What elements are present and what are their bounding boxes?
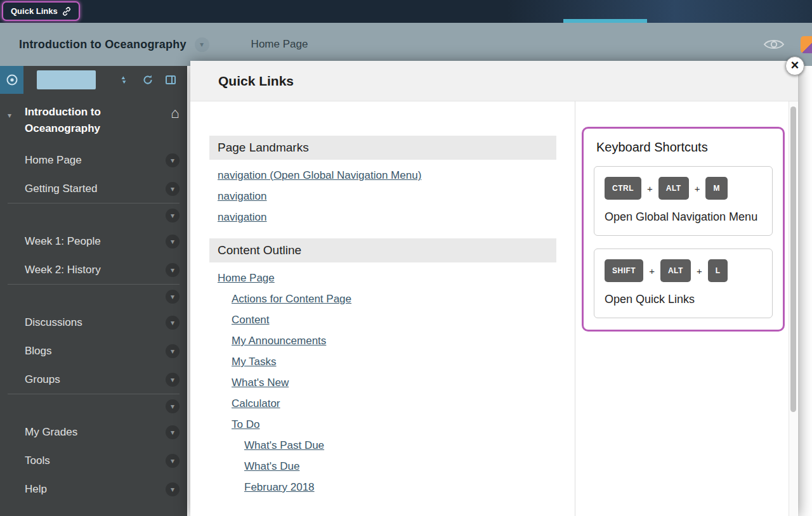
outline-link[interactable]: To Do	[209, 418, 556, 431]
collapse-arrow-icon[interactable]	[8, 109, 11, 120]
quick-links-button-label: Quick Links	[11, 6, 58, 16]
sidebar-item-my-grades[interactable]: My Grades	[0, 418, 187, 446]
key-m: M	[705, 177, 728, 200]
sort-arrows-icon[interactable]	[118, 74, 129, 88]
scrollbar-thumb[interactable]	[790, 106, 796, 412]
sidebar-item-label: Week 2: History	[25, 264, 101, 276]
plus-sign: +	[697, 266, 702, 276]
chevron-down-icon[interactable]	[166, 153, 180, 167]
page-landmarks-header: Page Landmarks	[209, 136, 556, 160]
shortcut-keys: SHIFT + ALT + L	[605, 259, 762, 282]
sidebar-item-blogs[interactable]: Blogs	[0, 337, 187, 365]
sidebar-course-header[interactable]: Introduction to Oceanography ⌂	[0, 94, 187, 146]
chevron-down-icon[interactable]	[166, 235, 180, 248]
chevron-down-icon[interactable]	[166, 316, 180, 330]
shortcut-description: Open Quick Links	[605, 292, 762, 307]
sidebar-item-week-2-history[interactable]: Week 2: History	[0, 255, 187, 284]
course-header: Introduction to Oceanography Home Page	[0, 23, 812, 66]
chevron-down-icon[interactable]	[166, 182, 180, 196]
top-navigation-bar	[0, 0, 812, 23]
quick-links-modal: Quick Links Page Landmarks navigation (O…	[190, 61, 798, 516]
sidebar-item-discussions[interactable]: Discussions	[0, 308, 187, 337]
shortcut-description: Open Global Navigation Menu	[605, 209, 762, 225]
sidebar-item-label: Discussions	[25, 316, 82, 329]
outline-link[interactable]: My Tasks	[209, 356, 556, 368]
chevron-down-icon[interactable]	[166, 425, 180, 439]
course-menu-chevron-icon[interactable]	[195, 37, 209, 52]
sidebar-divider	[8, 203, 180, 227]
course-menu-toolbar	[0, 66, 187, 94]
focused-toolbar-item[interactable]	[37, 70, 96, 89]
key-l: L	[708, 259, 728, 282]
outline-link[interactable]: February 2018	[209, 481, 556, 494]
quick-links-button[interactable]: Quick Links	[2, 1, 80, 21]
course-title: Introduction to Oceanography	[19, 38, 187, 51]
outline-link[interactable]: What's New	[209, 377, 556, 389]
close-icon[interactable]	[785, 56, 804, 75]
keyboard-shortcuts-title: Keyboard Shortcuts	[596, 140, 773, 155]
edit-mode-icon[interactable]	[801, 36, 812, 53]
sidebar-item-home-page[interactable]: Home Page	[0, 146, 187, 174]
outline-link[interactable]: What's Past Due	[209, 439, 556, 452]
key-alt: ALT	[658, 177, 689, 200]
target-icon[interactable]	[0, 66, 23, 94]
modal-shortcuts-column: Keyboard Shortcuts CTRL + ALT + M Open G…	[575, 101, 798, 516]
outline-link[interactable]: Home Page	[209, 272, 556, 285]
shortcut-card: SHIFT + ALT + L Open Quick Links	[594, 248, 773, 318]
sidebar-item-label: Getting Started	[25, 183, 97, 195]
header-actions	[763, 36, 812, 53]
sidebar-item-label: Week 1: People	[25, 235, 101, 248]
sidebar-item-tools[interactable]: Tools	[0, 446, 187, 475]
chevron-down-icon[interactable]	[166, 263, 180, 277]
outline-link[interactable]: Content	[209, 314, 556, 326]
outline-link[interactable]: What's Due	[209, 460, 556, 473]
key-ctrl: CTRL	[605, 177, 641, 200]
course-menu-sidebar: Introduction to Oceanography ⌂ Home Page…	[0, 66, 187, 516]
sidebar-item-groups[interactable]: Groups	[0, 365, 187, 394]
modal-scrollbar[interactable]	[789, 101, 797, 516]
sidebar-item-label: My Grades	[25, 426, 77, 439]
landmark-link[interactable]: navigation	[209, 190, 556, 203]
chevron-down-icon[interactable]	[166, 482, 180, 496]
student-preview-eye-icon[interactable]	[763, 37, 785, 52]
chevron-down-icon[interactable]	[166, 344, 180, 358]
chevron-down-icon[interactable]	[166, 209, 180, 223]
keyboard-shortcuts-panel: Keyboard Shortcuts CTRL + ALT + M Open G…	[582, 127, 785, 332]
sidebar-item-getting-started[interactable]: Getting Started	[0, 174, 187, 203]
chevron-down-icon[interactable]	[166, 399, 180, 413]
sidebar-item-label: Blogs	[25, 345, 52, 358]
collapse-panel-icon[interactable]	[165, 74, 176, 88]
sidebar-course-title: Introduction to Oceanography	[25, 104, 126, 137]
outline-link[interactable]: Calculator	[209, 397, 556, 410]
chevron-down-icon[interactable]	[166, 454, 180, 468]
sidebar-item-label: Tools	[25, 455, 50, 467]
key-shift: SHIFT	[605, 259, 643, 282]
key-alt: ALT	[660, 259, 691, 282]
active-tab-indicator	[563, 19, 647, 23]
plus-sign: +	[647, 183, 653, 194]
refresh-icon[interactable]	[142, 74, 154, 88]
plus-sign: +	[649, 266, 655, 276]
sidebar-item-label: Groups	[25, 373, 60, 386]
sidebar-divider	[8, 394, 180, 418]
link-icon	[62, 7, 71, 16]
landmark-link[interactable]: navigation (Open Global Navigation Menu)	[209, 169, 556, 182]
sidebar-item-help[interactable]: Help	[0, 475, 187, 503]
sidebar-item-label: Home Page	[25, 154, 82, 167]
chevron-down-icon[interactable]	[166, 290, 180, 304]
plus-sign: +	[695, 183, 700, 194]
outline-link[interactable]: Actions for Content Page	[209, 293, 556, 306]
breadcrumb-current-page: Home Page	[251, 38, 308, 51]
modal-header: Quick Links	[190, 61, 798, 101]
outline-link[interactable]: My Announcements	[209, 335, 556, 347]
sidebar-item-label: Help	[25, 483, 47, 496]
sidebar-divider	[8, 284, 180, 308]
chevron-down-icon[interactable]	[166, 373, 180, 387]
modal-body: Page Landmarks navigation (Open Global N…	[190, 101, 798, 516]
shortcut-card: CTRL + ALT + M Open Global Navigation Me…	[594, 166, 773, 236]
landmark-link[interactable]: navigation	[209, 211, 556, 224]
page-landmarks-list: navigation (Open Global Navigation Menu)…	[209, 169, 556, 224]
sidebar-item-week-1-people[interactable]: Week 1: People	[0, 227, 187, 255]
home-icon: ⌂	[171, 105, 180, 122]
shortcut-keys: CTRL + ALT + M	[605, 177, 762, 200]
